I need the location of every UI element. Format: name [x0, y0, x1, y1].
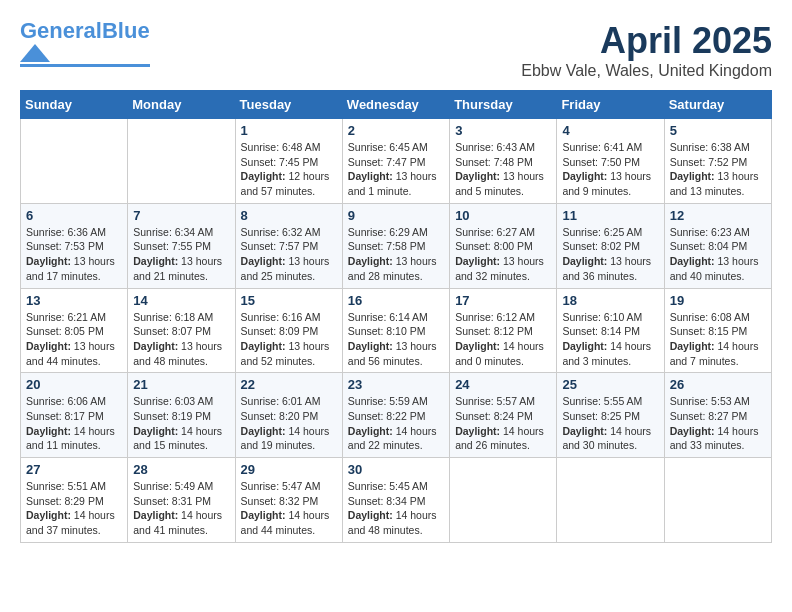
calendar-cell: 10Sunrise: 6:27 AMSunset: 8:00 PMDayligh… [450, 203, 557, 288]
day-number: 17 [455, 293, 551, 308]
day-info: Sunrise: 6:12 AMSunset: 8:12 PMDaylight:… [455, 310, 551, 369]
calendar-cell: 7Sunrise: 6:34 AMSunset: 7:55 PMDaylight… [128, 203, 235, 288]
day-info: Sunrise: 6:38 AMSunset: 7:52 PMDaylight:… [670, 140, 766, 199]
logo-blue: Blue [102, 18, 150, 43]
day-number: 8 [241, 208, 337, 223]
page-header: GeneralBlue April 2025 Ebbw Vale, Wales,… [20, 20, 772, 80]
weekday-header-monday: Monday [128, 91, 235, 119]
day-info: Sunrise: 5:59 AMSunset: 8:22 PMDaylight:… [348, 394, 444, 453]
day-info: Sunrise: 6:45 AMSunset: 7:47 PMDaylight:… [348, 140, 444, 199]
week-row-3: 13Sunrise: 6:21 AMSunset: 8:05 PMDayligh… [21, 288, 772, 373]
calendar-cell: 17Sunrise: 6:12 AMSunset: 8:12 PMDayligh… [450, 288, 557, 373]
calendar-cell: 9Sunrise: 6:29 AMSunset: 7:58 PMDaylight… [342, 203, 449, 288]
day-info: Sunrise: 6:08 AMSunset: 8:15 PMDaylight:… [670, 310, 766, 369]
calendar-cell: 13Sunrise: 6:21 AMSunset: 8:05 PMDayligh… [21, 288, 128, 373]
logo: GeneralBlue [20, 20, 150, 67]
day-info: Sunrise: 5:53 AMSunset: 8:27 PMDaylight:… [670, 394, 766, 453]
svg-marker-0 [20, 44, 50, 62]
calendar-cell: 14Sunrise: 6:18 AMSunset: 8:07 PMDayligh… [128, 288, 235, 373]
day-number: 10 [455, 208, 551, 223]
day-number: 22 [241, 377, 337, 392]
calendar-cell: 1Sunrise: 6:48 AMSunset: 7:45 PMDaylight… [235, 119, 342, 204]
calendar-title: April 2025 [521, 20, 772, 62]
weekday-header-saturday: Saturday [664, 91, 771, 119]
logo-text: GeneralBlue [20, 20, 150, 42]
day-info: Sunrise: 5:51 AMSunset: 8:29 PMDaylight:… [26, 479, 122, 538]
calendar-cell [21, 119, 128, 204]
day-number: 9 [348, 208, 444, 223]
day-number: 14 [133, 293, 229, 308]
day-number: 20 [26, 377, 122, 392]
day-number: 2 [348, 123, 444, 138]
calendar-cell: 18Sunrise: 6:10 AMSunset: 8:14 PMDayligh… [557, 288, 664, 373]
day-info: Sunrise: 6:10 AMSunset: 8:14 PMDaylight:… [562, 310, 658, 369]
calendar-body: 1Sunrise: 6:48 AMSunset: 7:45 PMDaylight… [21, 119, 772, 543]
calendar-cell: 30Sunrise: 5:45 AMSunset: 8:34 PMDayligh… [342, 458, 449, 543]
day-number: 21 [133, 377, 229, 392]
calendar-cell: 26Sunrise: 5:53 AMSunset: 8:27 PMDayligh… [664, 373, 771, 458]
calendar-cell: 2Sunrise: 6:45 AMSunset: 7:47 PMDaylight… [342, 119, 449, 204]
weekday-header-tuesday: Tuesday [235, 91, 342, 119]
day-number: 18 [562, 293, 658, 308]
calendar-cell: 16Sunrise: 6:14 AMSunset: 8:10 PMDayligh… [342, 288, 449, 373]
calendar-cell [450, 458, 557, 543]
day-number: 5 [670, 123, 766, 138]
calendar-cell: 25Sunrise: 5:55 AMSunset: 8:25 PMDayligh… [557, 373, 664, 458]
day-number: 29 [241, 462, 337, 477]
day-info: Sunrise: 6:48 AMSunset: 7:45 PMDaylight:… [241, 140, 337, 199]
calendar-cell: 19Sunrise: 6:08 AMSunset: 8:15 PMDayligh… [664, 288, 771, 373]
day-info: Sunrise: 6:41 AMSunset: 7:50 PMDaylight:… [562, 140, 658, 199]
day-info: Sunrise: 6:01 AMSunset: 8:20 PMDaylight:… [241, 394, 337, 453]
day-info: Sunrise: 5:47 AMSunset: 8:32 PMDaylight:… [241, 479, 337, 538]
calendar-cell [128, 119, 235, 204]
day-number: 25 [562, 377, 658, 392]
day-info: Sunrise: 5:57 AMSunset: 8:24 PMDaylight:… [455, 394, 551, 453]
day-info: Sunrise: 6:27 AMSunset: 8:00 PMDaylight:… [455, 225, 551, 284]
day-info: Sunrise: 6:14 AMSunset: 8:10 PMDaylight:… [348, 310, 444, 369]
week-row-4: 20Sunrise: 6:06 AMSunset: 8:17 PMDayligh… [21, 373, 772, 458]
calendar-cell: 22Sunrise: 6:01 AMSunset: 8:20 PMDayligh… [235, 373, 342, 458]
week-row-2: 6Sunrise: 6:36 AMSunset: 7:53 PMDaylight… [21, 203, 772, 288]
day-number: 19 [670, 293, 766, 308]
day-number: 24 [455, 377, 551, 392]
calendar-cell: 21Sunrise: 6:03 AMSunset: 8:19 PMDayligh… [128, 373, 235, 458]
day-info: Sunrise: 6:25 AMSunset: 8:02 PMDaylight:… [562, 225, 658, 284]
calendar-cell: 6Sunrise: 6:36 AMSunset: 7:53 PMDaylight… [21, 203, 128, 288]
day-info: Sunrise: 6:34 AMSunset: 7:55 PMDaylight:… [133, 225, 229, 284]
day-info: Sunrise: 6:06 AMSunset: 8:17 PMDaylight:… [26, 394, 122, 453]
day-number: 16 [348, 293, 444, 308]
calendar-cell: 27Sunrise: 5:51 AMSunset: 8:29 PMDayligh… [21, 458, 128, 543]
weekday-header-wednesday: Wednesday [342, 91, 449, 119]
calendar-header: SundayMondayTuesdayWednesdayThursdayFrid… [21, 91, 772, 119]
calendar-cell: 4Sunrise: 6:41 AMSunset: 7:50 PMDaylight… [557, 119, 664, 204]
day-info: Sunrise: 5:49 AMSunset: 8:31 PMDaylight:… [133, 479, 229, 538]
day-info: Sunrise: 6:18 AMSunset: 8:07 PMDaylight:… [133, 310, 229, 369]
day-number: 4 [562, 123, 658, 138]
calendar-subtitle: Ebbw Vale, Wales, United Kingdom [521, 62, 772, 80]
calendar-cell: 11Sunrise: 6:25 AMSunset: 8:02 PMDayligh… [557, 203, 664, 288]
day-info: Sunrise: 5:55 AMSunset: 8:25 PMDaylight:… [562, 394, 658, 453]
calendar-cell: 28Sunrise: 5:49 AMSunset: 8:31 PMDayligh… [128, 458, 235, 543]
day-number: 7 [133, 208, 229, 223]
day-number: 15 [241, 293, 337, 308]
day-info: Sunrise: 6:43 AMSunset: 7:48 PMDaylight:… [455, 140, 551, 199]
calendar-cell: 29Sunrise: 5:47 AMSunset: 8:32 PMDayligh… [235, 458, 342, 543]
day-number: 11 [562, 208, 658, 223]
calendar-cell: 8Sunrise: 6:32 AMSunset: 7:57 PMDaylight… [235, 203, 342, 288]
day-info: Sunrise: 6:36 AMSunset: 7:53 PMDaylight:… [26, 225, 122, 284]
day-info: Sunrise: 6:23 AMSunset: 8:04 PMDaylight:… [670, 225, 766, 284]
day-info: Sunrise: 6:21 AMSunset: 8:05 PMDaylight:… [26, 310, 122, 369]
day-number: 6 [26, 208, 122, 223]
calendar-cell [557, 458, 664, 543]
day-number: 13 [26, 293, 122, 308]
weekday-header-row: SundayMondayTuesdayWednesdayThursdayFrid… [21, 91, 772, 119]
calendar-cell: 3Sunrise: 6:43 AMSunset: 7:48 PMDaylight… [450, 119, 557, 204]
day-info: Sunrise: 6:16 AMSunset: 8:09 PMDaylight:… [241, 310, 337, 369]
calendar-cell: 23Sunrise: 5:59 AMSunset: 8:22 PMDayligh… [342, 373, 449, 458]
logo-divider [20, 64, 150, 67]
day-info: Sunrise: 6:32 AMSunset: 7:57 PMDaylight:… [241, 225, 337, 284]
day-number: 1 [241, 123, 337, 138]
weekday-header-friday: Friday [557, 91, 664, 119]
calendar-table: SundayMondayTuesdayWednesdayThursdayFrid… [20, 90, 772, 543]
weekday-header-thursday: Thursday [450, 91, 557, 119]
